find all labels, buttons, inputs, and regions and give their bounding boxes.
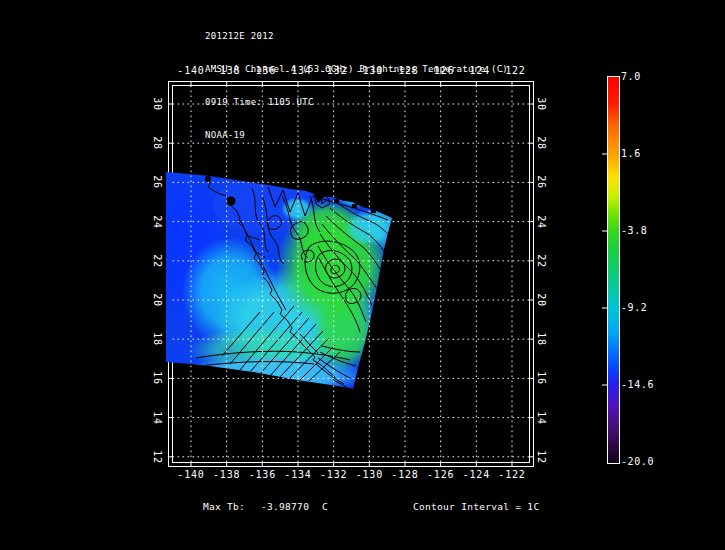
lat-tick-label-left: 20: [151, 289, 163, 311]
colorbar-tick-label: -9.2: [621, 302, 661, 314]
lat-tick-label-left: 30: [151, 93, 163, 115]
lon-tick-label-top: -122: [494, 65, 530, 77]
lon-tick-label-top: -130: [351, 65, 387, 77]
lon-tick-label-top: -128: [387, 65, 423, 77]
max-tb-unit: C: [322, 501, 328, 512]
lon-tick-label-bottom: -138: [209, 469, 245, 481]
lat-tick-label-right: 22: [535, 250, 547, 272]
colorbar-gradient: [607, 76, 620, 464]
colorbar-tick-label: -14.6: [621, 379, 661, 391]
lon-tick-label-top: -124: [458, 65, 494, 77]
colorbar-tick-label: -20.0: [621, 456, 661, 468]
max-tb-label: Max Tb:: [203, 501, 245, 512]
lon-tick-label-top: -140: [173, 65, 209, 77]
lon-tick-label-top: -126: [423, 65, 459, 77]
colorbar-tick-label: -3.8: [621, 225, 661, 237]
lon-tick-label-bottom: -122: [494, 469, 530, 481]
lat-tick-label-left: 14: [151, 407, 163, 429]
lon-tick-label-top: -136: [244, 65, 280, 77]
lon-tick-label-bottom: -124: [458, 469, 494, 481]
lat-tick-label-right: 24: [535, 211, 547, 233]
lon-tick-label-bottom: -132: [316, 469, 352, 481]
lon-tick-label-bottom: -140: [173, 469, 209, 481]
lat-tick-label-right: 26: [535, 171, 547, 193]
plot-canvas: 201212E 2012 AMSU-A Channel 4 (53.6GHz) …: [0, 0, 725, 550]
lat-tick-label-right: 20: [535, 289, 547, 311]
max-tb-value: -3.98770: [261, 501, 309, 512]
colorbar-tick-label: 1.6: [621, 148, 661, 160]
lon-tick-label-top: -134: [280, 65, 316, 77]
contour-interval-label: Contour Interval = 1C: [413, 501, 539, 512]
lat-tick-label-right: 28: [535, 132, 547, 154]
lon-tick-label-top: -138: [209, 65, 245, 77]
swath-fill: [125, 165, 403, 397]
lat-tick-label-right: 14: [535, 407, 547, 429]
lon-tick-label-bottom: -128: [387, 469, 423, 481]
lon-tick-label-top: -132: [316, 65, 352, 77]
lon-tick-label-bottom: -126: [423, 469, 459, 481]
lat-tick-label-left: 16: [151, 367, 163, 389]
lat-tick-label-right: 18: [535, 328, 547, 350]
lat-tick-label-left: 24: [151, 211, 163, 233]
colorbar-tick-label: 7.0: [621, 71, 661, 83]
lon-tick-label-bottom: -136: [244, 469, 280, 481]
lat-tick-label-right: 12: [535, 446, 547, 468]
lon-tick-label-bottom: -130: [351, 469, 387, 481]
lat-tick-label-left: 22: [151, 250, 163, 272]
lat-tick-label-left: 26: [151, 171, 163, 193]
lon-tick-label-bottom: -134: [280, 469, 316, 481]
lat-tick-label-left: 12: [151, 446, 163, 468]
lat-tick-label-left: 28: [151, 132, 163, 154]
lat-tick-label-right: 30: [535, 93, 547, 115]
lat-tick-label-left: 18: [151, 328, 163, 350]
lat-tick-label-right: 16: [535, 367, 547, 389]
